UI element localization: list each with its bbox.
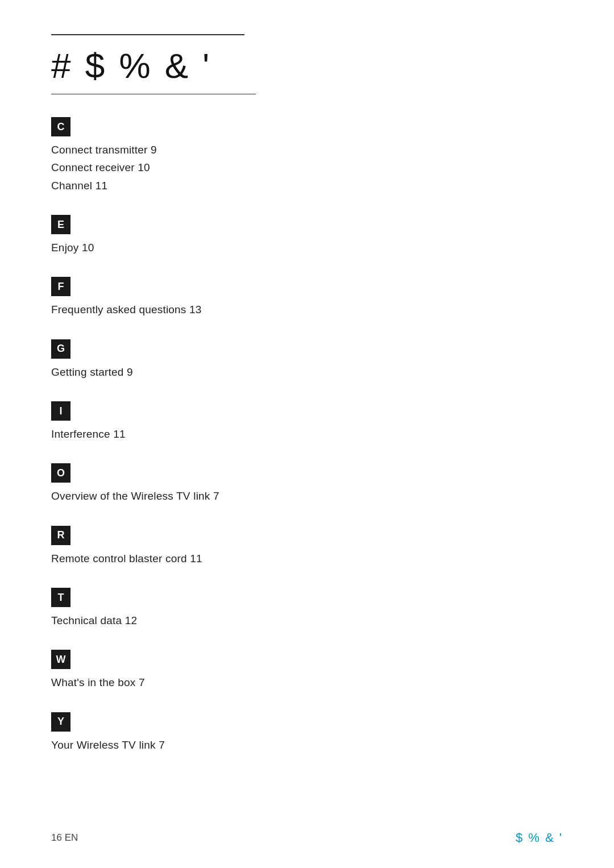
index-section-c: CConnect transmitter 9Connect receiver 1… [51, 117, 563, 194]
letter-badge-g: G [51, 339, 70, 359]
bottom-rule [51, 94, 256, 94]
page-title: # $ % & ' [51, 45, 563, 86]
index-entries-r: Remote control blaster cord 11 [51, 550, 563, 567]
index-entry: Connect transmitter 9 [51, 141, 563, 159]
letter-badge-i: I [51, 401, 70, 421]
index-entry: Connect receiver 10 [51, 159, 563, 176]
footer-brand: $ % & ' [516, 830, 563, 845]
top-rule [51, 34, 244, 35]
index-section-o: OOverview of the Wireless TV link 7 [51, 463, 563, 505]
letter-badge-t: T [51, 588, 70, 607]
index-entry: Your Wireless TV link 7 [51, 736, 563, 754]
letter-badge-w: W [51, 650, 70, 669]
index-section-g: GGetting started 9 [51, 339, 563, 381]
index-section-e: EEnjoy 10 [51, 215, 563, 256]
index-entry: Remote control blaster cord 11 [51, 550, 563, 567]
footer: 16 EN $ % & ' [51, 830, 563, 845]
index-section-f: FFrequently asked questions 13 [51, 277, 563, 318]
letter-badge-y: Y [51, 712, 70, 732]
page-container: # $ % & ' CConnect transmitter 9Connect … [0, 0, 614, 820]
index-entry: Overview of the Wireless TV link 7 [51, 487, 563, 505]
footer-page-number: 16 EN [51, 832, 78, 844]
index-entries-g: Getting started 9 [51, 363, 563, 381]
index-entry: Technical data 12 [51, 612, 563, 629]
letter-badge-c: C [51, 117, 70, 136]
letter-badge-e: E [51, 215, 70, 234]
index-entry: Getting started 9 [51, 363, 563, 381]
index-section-i: IInterference 11 [51, 401, 563, 443]
index-entries-e: Enjoy 10 [51, 239, 563, 256]
index-entries-i: Interference 11 [51, 425, 563, 443]
index-entry: Enjoy 10 [51, 239, 563, 256]
letter-badge-r: R [51, 526, 70, 545]
letter-badge-f: F [51, 277, 70, 296]
index-entries-o: Overview of the Wireless TV link 7 [51, 487, 563, 505]
index-section-r: RRemote control blaster cord 11 [51, 526, 563, 567]
index-entry: Frequently asked questions 13 [51, 301, 563, 318]
index-section-t: TTechnical data 12 [51, 588, 563, 629]
letter-badge-o: O [51, 463, 70, 483]
index-entries-c: Connect transmitter 9Connect receiver 10… [51, 141, 563, 194]
index-entry: Interference 11 [51, 425, 563, 443]
index-entries-y: Your Wireless TV link 7 [51, 736, 563, 754]
index-entries-f: Frequently asked questions 13 [51, 301, 563, 318]
index-section-w: WWhat's in the box 7 [51, 650, 563, 691]
index-entries-t: Technical data 12 [51, 612, 563, 629]
index-entry: Channel 11 [51, 177, 563, 194]
index-content: CConnect transmitter 9Connect receiver 1… [51, 117, 563, 754]
index-entries-w: What's in the box 7 [51, 674, 563, 691]
index-entry: What's in the box 7 [51, 674, 563, 691]
index-section-y: YYour Wireless TV link 7 [51, 712, 563, 754]
